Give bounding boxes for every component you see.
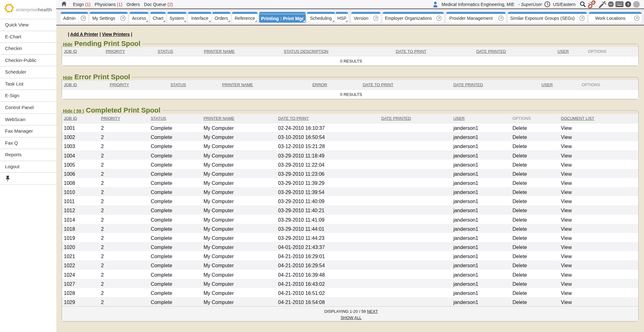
svg-text:?: ? [627, 2, 629, 7]
